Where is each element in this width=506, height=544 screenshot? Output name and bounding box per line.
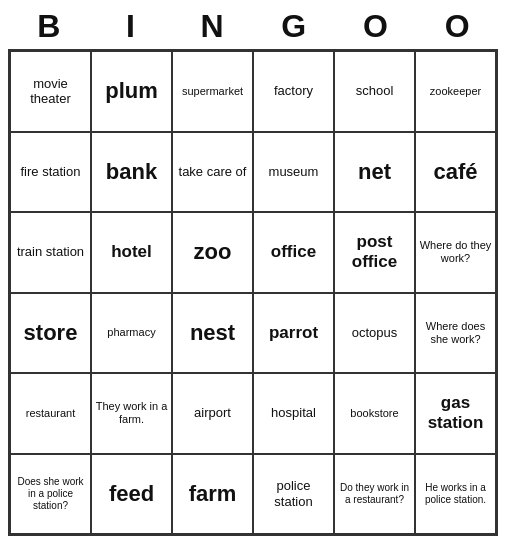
cell-text-7: bank <box>106 159 157 185</box>
cell-text-0: movie theater <box>13 76 88 107</box>
cell-text-20: nest <box>190 320 235 346</box>
bingo-cell-22: octopus <box>334 293 415 374</box>
cell-text-25: They work in a farm. <box>94 400 169 426</box>
header-letter-o-4: O <box>335 8 415 45</box>
bingo-cell-14: zoo <box>172 212 253 293</box>
cell-text-17: Where do they work? <box>418 239 493 265</box>
bingo-grid: movie theaterplumsupermarketfactoryschoo… <box>8 49 498 536</box>
bingo-cell-4: school <box>334 51 415 132</box>
bingo-cell-6: fire station <box>10 132 91 213</box>
cell-text-35: He works in a police station. <box>418 482 493 506</box>
cell-text-30: Does she work in a police station? <box>13 476 88 512</box>
bingo-cell-7: bank <box>91 132 172 213</box>
cell-text-4: school <box>356 83 394 99</box>
cell-text-6: fire station <box>21 164 81 180</box>
bingo-cell-10: net <box>334 132 415 213</box>
bingo-cell-29: gas station <box>415 373 496 454</box>
cell-text-9: museum <box>269 164 319 180</box>
cell-text-32: farm <box>189 481 237 507</box>
cell-text-21: parrot <box>269 323 318 343</box>
bingo-cell-19: pharmacy <box>91 293 172 374</box>
bingo-cell-15: office <box>253 212 334 293</box>
bingo-cell-1: plum <box>91 51 172 132</box>
bingo-cell-8: take care of <box>172 132 253 213</box>
bingo-cell-3: factory <box>253 51 334 132</box>
cell-text-18: store <box>24 320 78 346</box>
header-letter-g-3: G <box>254 8 334 45</box>
bingo-cell-18: store <box>10 293 91 374</box>
cell-text-16: post office <box>337 232 412 273</box>
cell-text-1: plum <box>105 78 158 104</box>
bingo-cell-33: police station <box>253 454 334 535</box>
cell-text-33: police station <box>256 478 331 509</box>
bingo-cell-20: nest <box>172 293 253 374</box>
cell-text-19: pharmacy <box>107 326 155 339</box>
bingo-cell-23: Where does she work? <box>415 293 496 374</box>
cell-text-10: net <box>358 159 391 185</box>
bingo-cell-0: movie theater <box>10 51 91 132</box>
bingo-cell-13: hotel <box>91 212 172 293</box>
cell-text-34: Do they work in a restaurant? <box>337 482 412 506</box>
cell-text-31: feed <box>109 481 154 507</box>
bingo-cell-35: He works in a police station. <box>415 454 496 535</box>
cell-text-13: hotel <box>111 242 152 262</box>
bingo-cell-32: farm <box>172 454 253 535</box>
bingo-cell-34: Do they work in a restaurant? <box>334 454 415 535</box>
cell-text-23: Where does she work? <box>418 320 493 346</box>
bingo-cell-28: bookstore <box>334 373 415 454</box>
cell-text-3: factory <box>274 83 313 99</box>
bingo-cell-24: restaurant <box>10 373 91 454</box>
cell-text-28: bookstore <box>350 407 398 420</box>
cell-text-29: gas station <box>418 393 493 434</box>
cell-text-24: restaurant <box>26 407 76 420</box>
cell-text-15: office <box>271 242 316 262</box>
bingo-cell-17: Where do they work? <box>415 212 496 293</box>
cell-text-8: take care of <box>179 164 247 180</box>
cell-text-5: zookeeper <box>430 85 481 98</box>
bingo-cell-11: café <box>415 132 496 213</box>
header-letter-i-1: I <box>90 8 170 45</box>
bingo-cell-12: train station <box>10 212 91 293</box>
bingo-cell-30: Does she work in a police station? <box>10 454 91 535</box>
bingo-cell-16: post office <box>334 212 415 293</box>
bingo-header: BINGOO <box>8 8 498 45</box>
bingo-cell-5: zookeeper <box>415 51 496 132</box>
header-letter-n-2: N <box>172 8 252 45</box>
cell-text-27: hospital <box>271 405 316 421</box>
bingo-cell-27: hospital <box>253 373 334 454</box>
header-letter-b-0: B <box>9 8 89 45</box>
header-letter-o-5: O <box>417 8 497 45</box>
cell-text-22: octopus <box>352 325 398 341</box>
cell-text-2: supermarket <box>182 85 243 98</box>
bingo-cell-26: airport <box>172 373 253 454</box>
bingo-cell-21: parrot <box>253 293 334 374</box>
cell-text-12: train station <box>17 244 84 260</box>
cell-text-11: café <box>433 159 477 185</box>
bingo-cell-2: supermarket <box>172 51 253 132</box>
cell-text-26: airport <box>194 405 231 421</box>
bingo-cell-9: museum <box>253 132 334 213</box>
bingo-cell-25: They work in a farm. <box>91 373 172 454</box>
cell-text-14: zoo <box>194 239 232 265</box>
bingo-cell-31: feed <box>91 454 172 535</box>
